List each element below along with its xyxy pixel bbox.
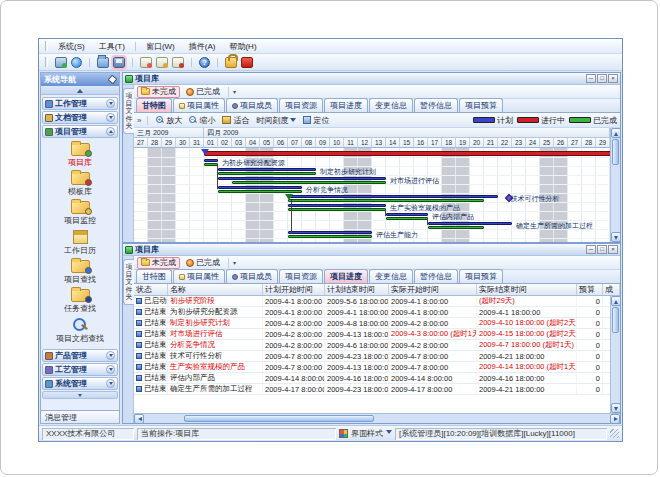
scroll-down-button[interactable]	[611, 403, 621, 413]
table-row[interactable]: 已结束评估内部产品2009-4-14 8:00:002009-4-16 18:0…	[134, 373, 610, 384]
filter-finished-button[interactable]: 已完成	[182, 257, 224, 269]
sidebar-section-header[interactable]: 工作管理	[42, 97, 118, 110]
sidebar-item[interactable]: 项目文档查找	[56, 318, 104, 344]
gantt-actual-bar[interactable]	[218, 190, 302, 193]
scroll-thumb[interactable]	[184, 415, 374, 422]
sidebar-item[interactable]: 任务查找	[64, 289, 96, 314]
column-header[interactable]: 预算	[577, 284, 603, 295]
gantt-plan-bar[interactable]	[428, 222, 512, 225]
overflow-chevron-icon[interactable]: ▾	[233, 259, 236, 266]
drag-handle-icon[interactable]	[45, 41, 48, 51]
sidebar-item[interactable]: 项目监控	[64, 201, 96, 226]
sidebar-item[interactable]: 工作日历	[64, 230, 96, 256]
sidebar-item[interactable]: 项目查找	[64, 260, 96, 285]
scroll-right-button[interactable]	[610, 414, 620, 424]
expand-section-button[interactable]	[106, 113, 115, 122]
sidebar-overflow-button[interactable]	[42, 391, 118, 399]
column-header[interactable]: 名称	[168, 284, 263, 295]
column-header[interactable]: 实际开始时间	[389, 284, 477, 295]
chevron-down-icon[interactable]	[386, 430, 392, 437]
column-header[interactable]: 状态	[134, 284, 168, 295]
pin-icon[interactable]	[108, 75, 118, 85]
gantt-summary-bar[interactable]	[204, 151, 610, 156]
gantt-plan-bar[interactable]	[218, 177, 386, 180]
tab-0[interactable]: 甘特图	[136, 269, 172, 283]
sidebar-item[interactable]: 项目库	[68, 143, 92, 168]
scroll-up-button[interactable]	[611, 296, 621, 306]
gantt-actual-bar[interactable]	[232, 181, 386, 184]
side-tab-folder[interactable]: 项目文件夹	[123, 259, 134, 305]
tab-5[interactable]: 变更信息	[369, 98, 413, 112]
overflow-chevron-icon[interactable]: »	[137, 116, 141, 125]
menu-item[interactable]: 系统(S)	[51, 40, 92, 53]
vertical-scrollbar[interactable]	[610, 128, 620, 242]
tab-6[interactable]: 暂停信息	[414, 269, 458, 283]
sidebar-section-header[interactable]: 工艺管理	[42, 363, 118, 376]
drag-handle-icon[interactable]	[45, 57, 48, 67]
menu-item[interactable]: 窗口(W)	[139, 40, 182, 53]
filter-finished-button[interactable]: 已完成	[182, 86, 224, 98]
web-globe-icon[interactable]	[71, 57, 82, 68]
table-row[interactable]: 已结束技术可行性分析2009-4-7 8:00:002009-4-23 18:0…	[134, 351, 610, 362]
tab-0[interactable]: 甘特图	[136, 98, 172, 112]
collapse-section-button[interactable]	[106, 127, 115, 136]
side-tab-folder[interactable]: 项目文件夹	[123, 88, 134, 134]
expand-section-button[interactable]	[106, 351, 115, 360]
table-row[interactable]: 已结束生产实验室规模的产品2009-4-7 8:00:002009-4-13 1…	[134, 362, 610, 373]
scroll-down-button[interactable]	[611, 232, 621, 242]
tab-2[interactable]: 项目成员	[226, 269, 278, 283]
table-row[interactable]: 已结束制定初步研究计划2009-4-2 8:00:002009-4-8 18:0…	[134, 318, 610, 329]
menu-item[interactable]: 工具(T)	[92, 40, 132, 53]
column-header[interactable]: 计划开始时间	[263, 284, 325, 295]
sidebar-item[interactable]: 模板库	[68, 172, 92, 197]
close-button[interactable]: ×	[608, 74, 618, 83]
connect-monitor-icon[interactable]	[55, 57, 67, 68]
table-row[interactable]: 已结束为初步研究分配资源2009-4-1 8:00:002009-4-1 18:…	[134, 307, 610, 318]
gantt-actual-bar[interactable]	[218, 172, 316, 175]
column-header[interactable]: 成	[603, 284, 620, 295]
maximize-button[interactable]: □	[597, 74, 607, 83]
filter-unfinished-button[interactable]: 未完成	[137, 257, 180, 269]
minimize-button[interactable]: ─	[586, 245, 596, 254]
sidebar-section-header[interactable]: 文档管理	[42, 111, 118, 124]
expand-section-button[interactable]	[106, 99, 115, 108]
gantt-actual-bar[interactable]	[428, 226, 484, 229]
open-folder-icon[interactable]	[97, 57, 109, 68]
report-edit-icon[interactable]	[156, 57, 168, 68]
tab-4[interactable]: 项目进度	[324, 98, 368, 112]
gantt-toolbar-timescale[interactable]: 时间刻度	[254, 115, 298, 126]
exit-icon[interactable]	[241, 57, 253, 68]
gantt-plan-bar[interactable]	[288, 231, 372, 234]
tab-2[interactable]: 项目成员	[226, 98, 278, 112]
table-row[interactable]: 已结束确定生产所需的加工过程2009-4-17 8:00:002009-4-23…	[134, 384, 610, 395]
column-header[interactable]: 计划结束时间	[325, 284, 389, 295]
tab-4[interactable]: 项目进度	[324, 269, 368, 283]
vertical-scrollbar[interactable]	[610, 296, 620, 413]
menu-item[interactable]: 帮助(H)	[222, 40, 263, 53]
sidebar-collapse-button[interactable]	[41, 86, 119, 95]
expand-section-button[interactable]	[106, 365, 115, 374]
resize-grip[interactable]	[610, 429, 619, 438]
gantt-toolbar-zoom-out[interactable]: −缩小	[187, 115, 217, 126]
sidebar-section-header[interactable]: 项目管理	[42, 125, 118, 138]
horizontal-scrollbar[interactable]	[134, 413, 620, 423]
table-row[interactable]: 已启动初步研究阶段2009-4-1 8:00:002009-5-6 18:00:…	[134, 296, 610, 307]
sidebar-tab-messages[interactable]: 消息管理	[41, 410, 119, 423]
column-header[interactable]: 实际结束时间	[477, 284, 577, 295]
gantt-actual-bar[interactable]	[288, 208, 386, 211]
gantt-toolbar-fit[interactable]: 适合	[220, 115, 251, 126]
scroll-thumb[interactable]	[612, 307, 619, 333]
tab-7[interactable]: 项目预算	[459, 98, 503, 112]
tab-6[interactable]: 暂停信息	[414, 98, 458, 112]
overflow-chevron-icon[interactable]: ▾	[233, 88, 236, 95]
scroll-up-button[interactable]	[611, 128, 621, 138]
table-row[interactable]: 已结束对市场进行评估2009-4-2 8:00:002009-4-13 18:0…	[134, 329, 610, 340]
tab-5[interactable]: 变更信息	[369, 269, 413, 283]
table-row[interactable]: 已结束分析竞争情况2009-4-2 8:00:002009-4-6 18:00:…	[134, 340, 610, 351]
gantt-toolbar-locate[interactable]: 定位	[301, 115, 331, 126]
expand-section-button[interactable]	[106, 379, 115, 388]
tab-7[interactable]: 项目预算	[459, 269, 503, 283]
report-delete-icon[interactable]	[172, 57, 184, 68]
maximize-button[interactable]: □	[597, 245, 607, 254]
report-new-icon[interactable]	[140, 57, 152, 68]
